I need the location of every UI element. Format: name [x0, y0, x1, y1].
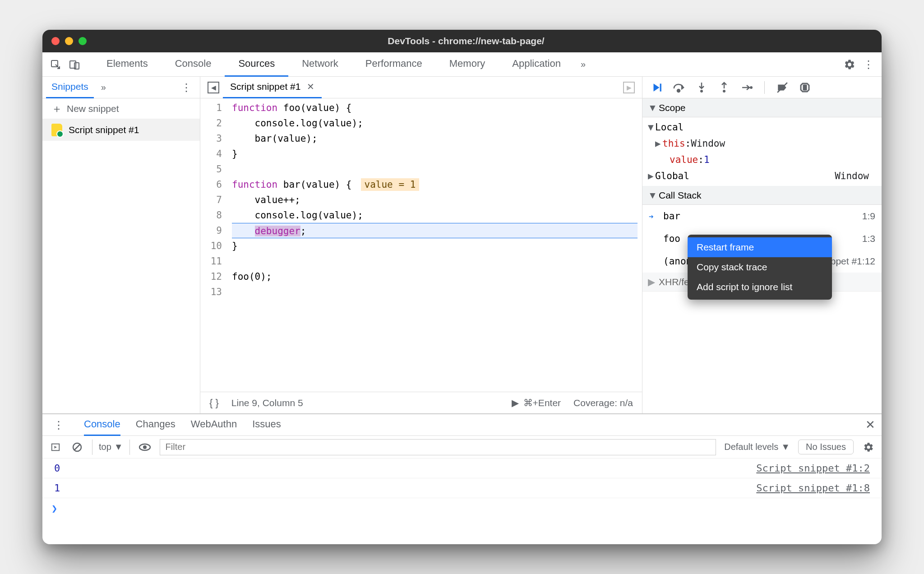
play-icon: ▶ [512, 398, 519, 408]
more-tabs-icon[interactable]: » [574, 59, 592, 69]
editor-panel: ◀ Script snippet #1 ✕ ▶ 1234567891011121… [200, 77, 642, 413]
tab-application[interactable]: Application [499, 52, 574, 77]
svg-point-4 [677, 89, 680, 92]
sidebar-menu-icon[interactable]: ⋮ [176, 81, 196, 94]
log-levels-selector[interactable]: Default levels▼ [724, 442, 790, 452]
console-prompt[interactable]: ❯ [42, 498, 882, 518]
drawer-tab-issues[interactable]: Issues [252, 414, 281, 436]
chevron-down-icon: ▼ [648, 102, 655, 113]
fullscreen-window-button[interactable] [79, 37, 87, 45]
drawer-tab-changes[interactable]: Changes [136, 414, 176, 436]
log-source-link[interactable]: Script snippet #1:8 [756, 482, 870, 494]
svg-rect-3 [660, 83, 661, 91]
tab-memory[interactable]: Memory [436, 52, 499, 77]
svg-point-6 [723, 90, 725, 93]
code-content: function foo(value) { console.log(value)… [227, 98, 642, 392]
log-source-link[interactable]: Script snippet #1:2 [756, 463, 870, 474]
more-menu-icon[interactable]: ⋮ [859, 55, 878, 74]
snippet-file-icon [51, 124, 62, 136]
tab-sources[interactable]: Sources [225, 52, 288, 77]
tab-performance[interactable]: Performance [352, 52, 436, 77]
editor-tab-name: Script snippet #1 [230, 81, 300, 92]
step-into-button[interactable] [695, 81, 708, 94]
drawer-menu-icon[interactable]: ⋮ [49, 419, 69, 431]
tab-network[interactable]: Network [288, 52, 352, 77]
tab-elements[interactable]: Elements [93, 52, 162, 77]
line-gutter: 12345678910111213 [200, 98, 227, 392]
scope-section-header[interactable]: ▼ Scope [642, 98, 882, 117]
inline-value-hint: value = 1 [361, 178, 420, 191]
minimize-window-button[interactable] [65, 37, 73, 45]
console-output: 0 Script snippet #1:2 1 Script snippet #… [42, 458, 882, 544]
window-title: DevTools - chrome://new-tab-page/ [87, 36, 873, 46]
coverage-status: Coverage: n/a [573, 398, 633, 408]
drawer-tab-webauthn[interactable]: WebAuthn [191, 414, 237, 436]
snippet-item[interactable]: Script snippet #1 [42, 119, 200, 141]
pretty-print-icon[interactable]: { } [209, 397, 219, 409]
svg-point-5 [700, 90, 703, 93]
pause-on-exceptions-button[interactable] [798, 81, 812, 94]
no-issues-button[interactable]: No Issues [798, 440, 854, 454]
new-snippet-label: New snippet [67, 103, 119, 114]
settings-gear-icon[interactable] [840, 55, 859, 74]
context-menu: Restart frame Copy stack trace Add scrip… [688, 235, 832, 300]
navigator-sidebar: Snippets » ⋮ ＋ New snippet Script snippe… [42, 77, 200, 413]
scope-this[interactable]: ▶this: Window [642, 135, 882, 152]
debugger-panel: ▼ Scope ▼Local ▶this: Window value: 1 ▶G… [642, 77, 882, 413]
callstack-section-header[interactable]: ▼ Call Stack [642, 186, 882, 205]
inspect-element-icon[interactable] [46, 55, 65, 74]
console-sidebar-toggle-icon[interactable] [49, 440, 62, 454]
execution-context-selector[interactable]: top▼ [92, 440, 130, 455]
debugger-toolbar [642, 77, 882, 98]
console-filter-input[interactable] [160, 439, 716, 455]
svg-line-13 [74, 444, 80, 450]
ctx-copy-stack-trace[interactable]: Copy stack trace [688, 257, 832, 277]
window-titlebar: DevTools - chrome://new-tab-page/ [42, 30, 882, 52]
show-debugger-icon[interactable]: ▶ [623, 82, 635, 93]
console-toolbar: top▼ Default levels▼ No Issues [42, 436, 882, 458]
sidebar-more-tabs-icon[interactable]: » [94, 82, 176, 93]
close-window-button[interactable] [51, 37, 60, 45]
svg-point-15 [143, 445, 147, 449]
clear-console-icon[interactable] [70, 440, 84, 454]
ctx-restart-frame[interactable]: Restart frame [688, 237, 832, 257]
step-out-button[interactable] [717, 81, 731, 94]
plus-icon: ＋ [51, 102, 62, 116]
console-drawer: ⋮ Console Changes WebAuthn Issues ✕ top▼… [42, 413, 882, 544]
close-tab-icon[interactable]: ✕ [307, 81, 314, 92]
chevron-down-icon: ▼ [648, 190, 655, 201]
svg-rect-10 [805, 85, 807, 90]
callstack-frame[interactable]: ➔ bar 1:9 [642, 205, 882, 227]
tab-console[interactable]: Console [162, 52, 225, 77]
ctx-add-ignore-list[interactable]: Add script to ignore list [688, 277, 832, 297]
console-log-row[interactable]: 1 Script snippet #1:8 [42, 478, 882, 498]
scope-value[interactable]: value: 1 [642, 152, 882, 168]
drawer-tab-console[interactable]: Console [84, 414, 120, 436]
chevron-right-icon: ▶ [648, 277, 655, 287]
editor-status-bar: { } Line 9, Column 5 ▶ ⌘+Enter Coverage:… [200, 392, 642, 413]
new-snippet-button[interactable]: ＋ New snippet [42, 98, 200, 119]
run-snippet-button[interactable]: ▶ ⌘+Enter [512, 398, 561, 408]
cursor-position: Line 9, Column 5 [231, 398, 303, 408]
sidebar-tab-snippets[interactable]: Snippets [46, 77, 94, 98]
snippet-name: Script snippet #1 [69, 125, 139, 135]
current-frame-arrow-icon: ➔ [649, 212, 659, 221]
close-drawer-icon[interactable]: ✕ [865, 418, 875, 432]
svg-point-7 [750, 86, 753, 89]
step-over-button[interactable] [672, 81, 686, 94]
resume-button[interactable] [650, 81, 663, 94]
scope-global[interactable]: ▶GlobalWindow [642, 168, 882, 184]
deactivate-breakpoints-button[interactable] [776, 81, 789, 94]
code-editor[interactable]: 12345678910111213 function foo(value) { … [200, 98, 642, 392]
svg-rect-1 [70, 61, 76, 68]
scope-tree: ▼Local ▶this: Window value: 1 ▶GlobalWin… [642, 117, 882, 186]
console-log-row[interactable]: 0 Script snippet #1:2 [42, 458, 882, 478]
devtools-top-tabbar: Elements Console Sources Network Perform… [42, 52, 882, 77]
editor-file-tab[interactable]: Script snippet #1 ✕ [223, 77, 322, 98]
device-toolbar-icon[interactable] [65, 55, 84, 74]
live-expression-icon[interactable] [138, 440, 152, 454]
console-settings-gear-icon[interactable] [862, 440, 875, 454]
step-button[interactable] [740, 81, 753, 94]
show-navigator-icon[interactable]: ◀ [208, 82, 219, 93]
scope-local[interactable]: ▼Local [642, 119, 882, 135]
